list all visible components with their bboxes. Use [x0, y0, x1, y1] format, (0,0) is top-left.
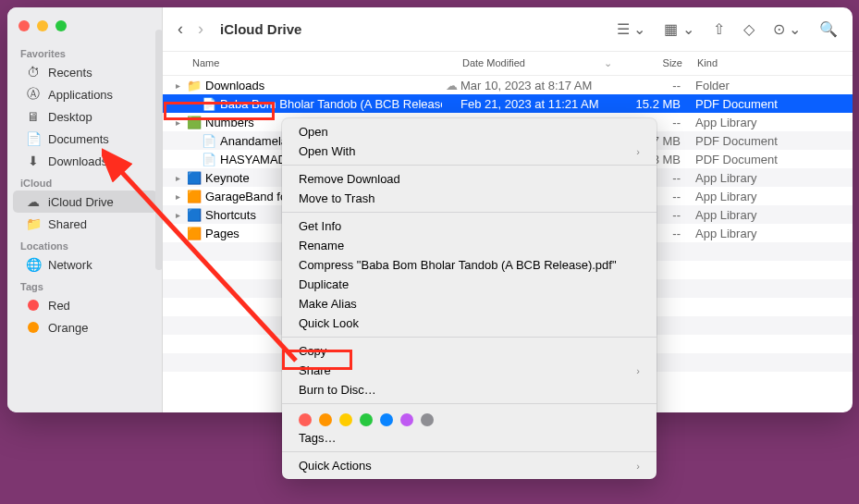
sidebar-item-documents[interactable]: 📄Documents [13, 128, 157, 150]
menu-label: Compress "Baba Bom Bholar Tandob (A BCB … [299, 258, 617, 272]
minimize-icon[interactable] [37, 20, 48, 31]
file-name: Baba Bom Bholar Tandob (A BCB Release).p… [220, 97, 442, 111]
file-size: -- [621, 79, 695, 92]
sidebar-item-red[interactable]: Red [13, 294, 157, 316]
col-name[interactable]: Name [192, 57, 462, 69]
file-icon: 🟩 [187, 115, 202, 129]
section-label: iCloud [7, 172, 163, 191]
menu-compress-baba-bom-bholar-tandob-a-bcb-release-pdf[interactable]: Compress "Baba Bom Bholar Tandob (A BCB … [282, 255, 657, 275]
menu-label: Share [299, 363, 331, 377]
file-icon: 📁 [187, 78, 202, 92]
disclosure-icon[interactable]: ▸ [172, 117, 183, 128]
file-kind: App Library [695, 190, 838, 203]
disclosure-icon[interactable]: ▸ [172, 173, 183, 183]
close-icon[interactable] [18, 20, 30, 31]
disclosure-icon[interactable]: ▸ [172, 210, 183, 220]
back-button[interactable]: ‹ [178, 19, 183, 39]
file-kind: PDF Document [695, 97, 838, 111]
disclosure-icon[interactable]: ▸ [172, 80, 183, 91]
menu-open[interactable]: Open [282, 122, 657, 141]
menu-copy[interactable]: Copy [282, 341, 657, 361]
chevron-right-icon: › [636, 365, 640, 376]
file-size: 15.2 MB [621, 97, 695, 111]
view-list-icon[interactable]: ☰ ⌄ [617, 20, 645, 38]
file-kind: App Library [695, 171, 838, 185]
sidebar-item-label: Applications [48, 88, 113, 102]
color-tag-icon[interactable] [339, 413, 352, 426]
col-date: Date Modified⌄ [462, 57, 623, 69]
menu-open-with[interactable]: Open With› [282, 141, 657, 161]
menu-share[interactable]: Share› [282, 361, 657, 380]
file-icon: 📄 [202, 133, 216, 148]
file-icon: 🟦 [187, 170, 202, 185]
sidebar-item-label: Downloads [48, 154, 107, 168]
menu-label: Burn to Disc… [299, 383, 376, 397]
menu-label: Make Alias [299, 297, 357, 311]
menu-burn-to-disc[interactable]: Burn to Disc… [282, 380, 657, 400]
sidebar-item-label: Network [48, 258, 92, 272]
column-headers[interactable]: Name Date Modified⌄ Size Kind [163, 52, 853, 76]
color-tag-icon[interactable] [360, 413, 373, 426]
disclosure-icon[interactable]: ▸ [172, 191, 183, 202]
cloud-icon: ☁ [442, 79, 460, 92]
sidebar-item-icloud-drive[interactable]: ☁iCloud Drive [13, 191, 157, 213]
menu-tags[interactable]: Tags… [282, 428, 657, 448]
sidebar: Favorites⏱RecentsⒶApplications🖥Desktop📄D… [7, 7, 163, 412]
forward-button[interactable]: › [198, 19, 203, 39]
context-menu: OpenOpen With›Remove DownloadMove to Tra… [282, 118, 657, 479]
menu-label: Copy [299, 344, 326, 358]
doc-icon: 📄 [26, 131, 41, 146]
file-name: Downloads [205, 79, 442, 92]
menu-label: Get Info [299, 219, 341, 233]
menu-label: Remove Download [299, 172, 400, 186]
menu-label: Quick Look [299, 316, 359, 330]
menu-make-alias[interactable]: Make Alias [282, 294, 657, 313]
menu-duplicate[interactable]: Duplicate [282, 275, 657, 294]
chevron-right-icon: › [636, 146, 640, 157]
zoom-icon[interactable] [55, 20, 67, 31]
file-row[interactable]: 📄Baba Bom Bholar Tandob (A BCB Release).… [163, 94, 853, 113]
scrollbar[interactable] [155, 30, 163, 270]
sidebar-item-network[interactable]: 🌐Network [13, 253, 157, 276]
sidebar-item-label: Recents [48, 66, 92, 80]
tag-icon[interactable]: ◇ [743, 20, 755, 38]
sidebar-item-recents[interactable]: ⏱Recents [13, 61, 157, 83]
sidebar-item-orange[interactable]: Orange [13, 316, 157, 338]
menu-move-to-trash[interactable]: Move to Trash [282, 189, 657, 208]
section-label: Tags [7, 276, 163, 294]
sidebar-item-downloads[interactable]: ⬇Downloads [13, 150, 157, 172]
color-tag-icon[interactable] [299, 413, 312, 426]
col-size[interactable]: Size [623, 57, 697, 69]
search-icon[interactable]: 🔍 [819, 20, 838, 38]
sidebar-item-applications[interactable]: ⒶApplications [13, 83, 157, 105]
color-tag-row [282, 408, 657, 428]
file-icon: 📄 [202, 96, 216, 111]
window-title: iCloud Drive [220, 21, 606, 37]
sidebar-item-label: Desktop [48, 110, 92, 124]
menu-get-info[interactable]: Get Info [282, 216, 657, 236]
section-label: Favorites [7, 43, 163, 61]
menu-quick-actions[interactable]: Quick Actions› [282, 456, 657, 475]
section-label: Locations [7, 235, 163, 253]
menu-remove-download[interactable]: Remove Download [282, 169, 657, 189]
sidebar-item-desktop[interactable]: 🖥Desktop [13, 105, 157, 128]
menu-quick-look[interactable]: Quick Look [282, 313, 657, 333]
group-icon[interactable]: ▦ ⌄ [664, 20, 693, 38]
action-icon[interactable]: ⊙ ⌄ [773, 20, 801, 38]
sidebar-item-shared[interactable]: 📁Shared [13, 213, 157, 235]
file-date: Feb 21, 2023 at 11:21 AM [460, 97, 621, 111]
file-kind: Folder [695, 79, 838, 92]
color-tag-icon[interactable] [421, 413, 434, 426]
sort-indicator: ⌄ [604, 57, 612, 69]
color-tag-icon[interactable] [319, 413, 332, 426]
clock-icon: ⏱ [26, 65, 41, 80]
sidebar-item-label: Documents [48, 132, 109, 146]
file-date: Mar 10, 2023 at 8:17 AM [460, 79, 621, 92]
menu-rename[interactable]: Rename [282, 236, 657, 255]
color-tag-icon[interactable] [380, 413, 393, 426]
tag-dot-icon [26, 298, 41, 313]
color-tag-icon[interactable] [400, 413, 413, 426]
share-icon[interactable]: ⇧ [713, 20, 725, 38]
col-kind[interactable]: Kind [697, 57, 838, 69]
file-row[interactable]: ▸📁Downloads☁Mar 10, 2023 at 8:17 AM--Fol… [163, 76, 853, 94]
